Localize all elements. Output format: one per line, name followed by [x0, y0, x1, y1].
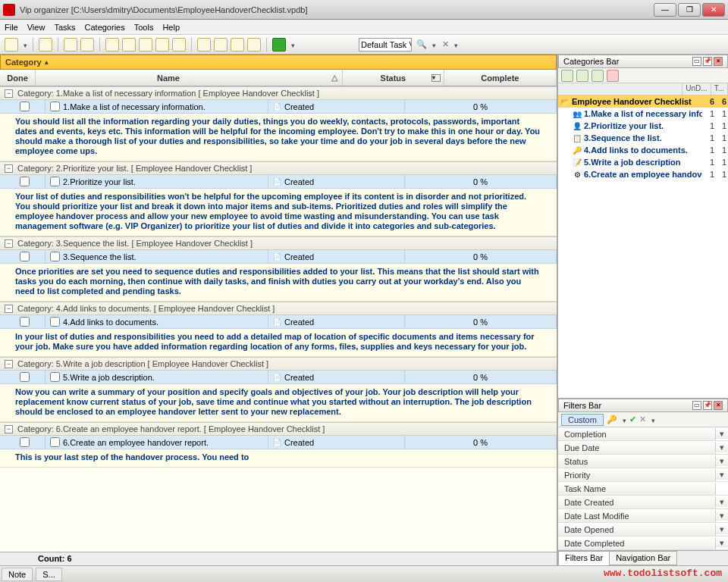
toolbar-button[interactable] [197, 38, 211, 52]
task-checkbox[interactable] [50, 437, 60, 447]
filter-dropdown-icon[interactable]: ▾ [716, 470, 728, 480]
toolbar-button[interactable] [139, 38, 152, 52]
toolbar-icon[interactable]: ✕ [442, 39, 449, 49]
filter-row[interactable]: Due Date▾ [558, 441, 728, 455]
filter-row[interactable]: Date Created▾ [558, 496, 728, 509]
filter-row[interactable]: Task Name [558, 482, 728, 496]
toolbar-button[interactable] [214, 38, 228, 52]
menu-file[interactable]: File [5, 23, 18, 32]
task-checkbox[interactable] [50, 252, 60, 261]
expand-icon[interactable]: − [5, 305, 13, 313]
done-checkbox[interactable] [20, 317, 30, 327]
close-button[interactable]: ✕ [702, 3, 725, 17]
filter-dropdown-icon[interactable]: ▾ [716, 511, 728, 521]
task-row[interactable]: 4.Add links to documents.Created0 % [0, 315, 557, 329]
menu-tasks[interactable]: Tasks [54, 23, 75, 32]
filter-dropdown-icon[interactable]: ▾ [716, 538, 728, 548]
category-row[interactable]: −Category: 1.Make a list of necessary in… [0, 86, 557, 100]
toolbar-button[interactable] [172, 38, 186, 52]
tree-item[interactable]: ⚙6.Create an employee handove11 [558, 168, 728, 180]
task-row[interactable]: 2.Prioritize your list.Created0 % [0, 175, 557, 189]
filter-row[interactable]: Date Last Modifie▾ [558, 509, 728, 523]
panel-toolbar-button[interactable] [592, 70, 604, 82]
tab-filters-bar[interactable]: Filters Bar [558, 551, 610, 565]
category-row[interactable]: −Category: 4.Add links to documents. [ E… [0, 302, 557, 315]
tree-item[interactable]: 📝5.Write a job description11 [558, 156, 728, 168]
menu-tools[interactable]: Tools [134, 23, 154, 32]
dropdown-icon[interactable] [289, 40, 295, 49]
filter-dropdown-icon[interactable]: ▾ [716, 456, 728, 466]
col-name[interactable]: Name△ [36, 70, 343, 86]
tree-item[interactable]: 👤2.Prioritize your list.11 [558, 120, 728, 132]
category-row[interactable]: −Category: 6.Create an employee handover… [0, 422, 557, 436]
maximize-button[interactable]: ❐ [678, 3, 701, 17]
filter-tool-icon[interactable]: ✔ [629, 415, 636, 424]
panel-pin-icon[interactable]: 📌 [703, 401, 712, 410]
status-s[interactable]: S... [36, 568, 62, 581]
filter-dropdown-icon[interactable]: ▾ [716, 524, 728, 534]
category-row[interactable]: −Category: 5.Write a job description [ E… [0, 357, 557, 371]
toolbar-button[interactable] [272, 38, 286, 52]
dropdown-icon[interactable] [452, 40, 458, 49]
panel-close-icon[interactable]: ✕ [714, 57, 723, 66]
task-row[interactable]: 6.Create an employee handover report.Cre… [0, 436, 557, 449]
tree-item[interactable]: 📋3.Sequence the list.11 [558, 132, 728, 144]
categories-tree[interactable]: 📂Employee Handover Checklist66👥1.Make a … [558, 95, 728, 398]
dropdown-icon[interactable] [21, 40, 27, 49]
panel-close-icon[interactable]: ✕ [714, 401, 723, 410]
status-note[interactable]: Note [2, 568, 33, 581]
category-row[interactable]: −Category: 3.Sequence the list. [ Employ… [0, 236, 557, 250]
toolbar-button[interactable] [105, 38, 119, 52]
tree-root[interactable]: 📂Employee Handover Checklist66 [558, 95, 728, 108]
filter-custom-button[interactable]: Custom [561, 414, 604, 426]
panel-button[interactable]: ▭ [692, 57, 701, 66]
dropdown-icon[interactable] [430, 40, 436, 49]
filter-dropdown-icon[interactable]: ▾ [716, 429, 728, 439]
expand-icon[interactable]: − [5, 239, 13, 248]
filter-row[interactable]: Priority▾ [558, 468, 728, 482]
done-checkbox[interactable] [20, 177, 30, 186]
toolbar-button[interactable] [155, 38, 169, 52]
done-checkbox[interactable] [20, 102, 30, 111]
tab-navigation-bar[interactable]: Navigation Bar [609, 551, 677, 565]
toolbar-icon[interactable]: 🔍 [416, 39, 427, 49]
col-status[interactable]: Status▾ [343, 70, 444, 86]
task-row[interactable]: 3.Sequence the list.Created0 % [0, 250, 557, 264]
toolbar-button[interactable] [231, 38, 244, 52]
menu-help[interactable]: Help [162, 23, 180, 32]
category-row[interactable]: −Category: 2.Prioritize your list. [ Emp… [0, 161, 557, 175]
expand-icon[interactable]: − [5, 164, 13, 173]
filter-tool-icon[interactable]: 🔑 [607, 415, 617, 424]
task-checkbox[interactable] [50, 317, 60, 327]
filter-tool-icon[interactable]: ✕ [639, 415, 646, 424]
filter-row[interactable]: Date Opened▾ [558, 523, 728, 537]
menu-categories[interactable]: Categories [85, 23, 125, 32]
grid-body[interactable]: −Category: 1.Make a list of necessary in… [0, 86, 557, 552]
task-checkbox[interactable] [50, 372, 60, 382]
expand-icon[interactable]: − [5, 425, 13, 433]
task-row[interactable]: 1.Make a list of necessary information.C… [0, 100, 557, 114]
filter-row[interactable]: Status▾ [558, 455, 728, 468]
toolbar-button[interactable] [64, 38, 77, 52]
tree-item[interactable]: 👥1.Make a list of necessary info11 [558, 108, 728, 120]
toolbar-button[interactable] [122, 38, 136, 52]
panel-pin-icon[interactable]: 📌 [703, 57, 712, 66]
done-checkbox[interactable] [20, 372, 30, 382]
col-complete[interactable]: Complete [444, 70, 557, 86]
filter-row[interactable]: Completion▾ [558, 427, 728, 441]
task-checkbox[interactable] [50, 177, 60, 186]
minimize-button[interactable]: — [654, 3, 676, 17]
toolbar-button[interactable] [80, 38, 94, 52]
menu-view[interactable]: View [27, 23, 46, 32]
category-bar[interactable]: Category ▴ [0, 55, 557, 70]
panel-toolbar-button[interactable] [607, 70, 619, 82]
task-row[interactable]: 5.Write a job description.Created0 % [0, 371, 557, 384]
tree-item[interactable]: 🔑4.Add links to documents.11 [558, 144, 728, 156]
view-combo[interactable]: Default Task Vi [359, 38, 412, 52]
expand-icon[interactable]: − [5, 89, 13, 98]
filter-dropdown-icon[interactable]: ▾ [716, 497, 728, 507]
done-checkbox[interactable] [20, 252, 30, 261]
filter-row[interactable]: Date Completed▾ [558, 537, 728, 550]
toolbar-button[interactable] [39, 38, 52, 52]
task-checkbox[interactable] [50, 102, 60, 111]
